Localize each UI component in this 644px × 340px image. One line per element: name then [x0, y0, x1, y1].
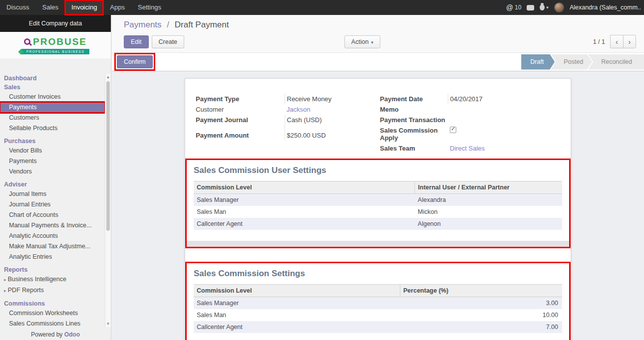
scroll-up-button[interactable]: ▲: [105, 74, 111, 80]
menu-settings[interactable]: Settings: [131, 0, 168, 15]
field-label: Sales Commission Apply: [378, 125, 448, 143]
breadcrumb-current: Draft Payment: [175, 20, 229, 29]
form-right-group: Payment Date 04/20/2017 Memo Payment Tra…: [378, 94, 562, 154]
sidebar-section-purchases[interactable]: Purchases: [0, 137, 105, 146]
section-title: Sales Commission User Settings: [194, 166, 562, 175]
cube-icon: [18, 49, 23, 54]
user-settings-table: Commission Level Internal User / Externa…: [194, 181, 562, 241]
customer-link[interactable]: Jackson: [287, 106, 311, 113]
scrollbar-thumb[interactable]: [106, 81, 110, 231]
sidebar-section-sales[interactable]: Sales: [0, 83, 105, 92]
breadcrumb-separator: /: [167, 20, 169, 29]
sales-commission-user-settings-section: Sales Commission User Settings Commissio…: [185, 159, 571, 248]
field-payment-type: Payment Type Receive Money: [194, 94, 378, 104]
menu-discuss[interactable]: Discuss: [0, 0, 36, 15]
sidebar-item-journal-items[interactable]: Journal Items: [0, 189, 105, 199]
sidebar-item-vendors[interactable]: Vendors: [0, 167, 105, 177]
field-payment-transaction: Payment Transaction: [378, 115, 562, 125]
table-row[interactable]: Callcenter Agent Algenon: [194, 218, 562, 230]
debug-menu[interactable]: ▾: [540, 4, 549, 10]
sidebar-item-commission-worksheets[interactable]: Commission Worksheets: [0, 308, 105, 319]
sales-commission-apply-checkbox[interactable]: ✓: [450, 127, 456, 133]
table-row[interactable]: Callcenter Agent 7.00: [194, 321, 562, 333]
sidebar-item-pdf-reports[interactable]: ▸PDF Reports: [0, 285, 105, 296]
sidebar-item-analytic-accounts[interactable]: Analytic Accounts: [0, 231, 105, 241]
section-title: Sales Commission Settings: [194, 269, 562, 279]
field-customer: Customer Jackson: [194, 104, 378, 115]
payment-date-value: 04/20/2017: [448, 94, 562, 104]
sidebar-item-sellable-products[interactable]: Sellable Products: [0, 123, 105, 134]
mention-count: 10: [515, 4, 521, 11]
field-label: Payment Date: [378, 94, 448, 104]
topbar: Discuss Sales Invoicing Apps Settings @ …: [0, 0, 644, 15]
column-header-internal-user: Internal User / External Partner: [415, 181, 562, 194]
logo-subtext: PROFESSIONAL BUSINESS: [21, 49, 90, 54]
sidebar-item-chart-of-accounts[interactable]: Chart of Accounts: [0, 210, 105, 220]
edit-button[interactable]: Edit: [124, 35, 149, 48]
list-footer-area: [187, 241, 569, 247]
sidebar-item-make-manual-tax-adjustment[interactable]: Make Manual Tax Adjustme...: [0, 241, 105, 252]
sidebar-nav: Dashboard Sales Customer Invoices Paymen…: [0, 74, 105, 327]
app-menu: Discuss Sales Invoicing Apps Settings: [0, 0, 168, 15]
sidebar-item-customer-invoices[interactable]: Customer Invoices: [0, 92, 105, 102]
table-row[interactable]: Sales Man Mickon: [194, 206, 562, 218]
field-sales-commission-apply: Sales Commission Apply ✓: [378, 125, 562, 143]
control-panel: Payments / Draft Payment Edit Create Act…: [112, 15, 644, 53]
section-bottom-space: [194, 333, 562, 340]
field-label: Payment Journal: [194, 115, 285, 125]
field-payment-journal: Payment Journal Cash (USD): [194, 115, 378, 125]
sidebar-item-sales-commissions-lines[interactable]: Sales Commissions Lines: [0, 319, 105, 327]
payment-transaction-value: [448, 115, 562, 125]
expand-arrow-icon: ▸: [4, 277, 6, 282]
sidebar-item-journal-entries[interactable]: Journal Entries: [0, 199, 105, 210]
table-row[interactable]: Sales Manager 3.00: [194, 297, 562, 310]
field-label: Sales Team: [378, 143, 448, 154]
create-button[interactable]: Create: [152, 35, 185, 48]
table-header-row: Commission Level Percentage (%): [194, 285, 562, 297]
menu-sales[interactable]: Sales: [36, 0, 65, 15]
statusbar-state-reconciled[interactable]: Reconciled: [588, 54, 644, 70]
statusbar-state-draft[interactable]: Draft: [521, 54, 555, 70]
column-header-percentage: Percentage (%): [400, 285, 562, 297]
form-sheet: Payment Type Receive Money Customer Jack…: [185, 78, 571, 340]
caret-down-icon: ▾: [546, 5, 549, 10]
sidebar-item-customers[interactable]: Customers: [0, 113, 105, 123]
sales-team-link[interactable]: Direct Sales: [450, 145, 485, 152]
powered-by: Powered by Odoo: [0, 329, 111, 340]
action-dropdown[interactable]: Action▾: [344, 35, 380, 48]
payment-form: Payment Type Receive Money Customer Jack…: [194, 94, 562, 154]
table-row[interactable]: Sales Manager Alexandra: [194, 194, 562, 206]
scroll-down-button[interactable]: ▼: [105, 321, 111, 327]
sidebar-item-analytic-entries[interactable]: Analytic Entries: [0, 252, 105, 262]
sidebar-item-dashboard[interactable]: Dashboard: [0, 74, 105, 83]
sidebar: Edit Company data PROBUSE PROFESSIONAL B…: [0, 15, 111, 340]
pager-next-button[interactable]: ›: [623, 35, 636, 48]
table-row[interactable]: Sales Man 10.00: [194, 309, 562, 321]
field-label: Memo: [378, 104, 448, 115]
sidebar-section-reports[interactable]: Reports: [0, 265, 105, 274]
pager-previous-button[interactable]: ‹: [610, 35, 623, 48]
main-area: Payments / Draft Payment Edit Create Act…: [112, 15, 644, 340]
sidebar-item-business-intelligence[interactable]: ▸Business Intelligence: [0, 274, 105, 285]
sidebar-section-adviser[interactable]: Adviser: [0, 180, 105, 189]
sidebar-item-vendor-payments[interactable]: Payments: [0, 156, 105, 167]
menu-invoicing[interactable]: Invoicing: [65, 0, 103, 15]
sidebar-item-vendor-bills[interactable]: Vendor Bills: [0, 146, 105, 156]
sidebar-section-commissions[interactable]: Commissions: [0, 299, 105, 308]
form-left-group: Payment Type Receive Money Customer Jack…: [194, 94, 378, 141]
check-icon: ✓: [451, 126, 455, 132]
field-label: Payment Type: [194, 94, 285, 104]
sidebar-item-payments[interactable]: Payments: [0, 102, 105, 113]
menu-apps[interactable]: Apps: [103, 0, 131, 15]
edit-company-data-button[interactable]: Edit Company data: [0, 15, 111, 32]
chat-icon[interactable]: [527, 5, 534, 10]
sidebar-item-manual-payments-invoice[interactable]: Manual Payments & Invoice...: [0, 220, 105, 231]
statusbar-state-posted[interactable]: Posted: [551, 54, 592, 70]
user-avatar: [554, 2, 564, 12]
confirm-button[interactable]: Confirm: [117, 55, 153, 68]
user-menu[interactable]: Alexandra (Sales_comm..: [570, 4, 641, 11]
breadcrumb-payments[interactable]: Payments: [124, 20, 162, 29]
odoo-link[interactable]: Odoo: [64, 331, 80, 338]
logo-text: PROBUSE: [33, 36, 87, 47]
mention-counter[interactable]: @ 10: [506, 3, 522, 11]
